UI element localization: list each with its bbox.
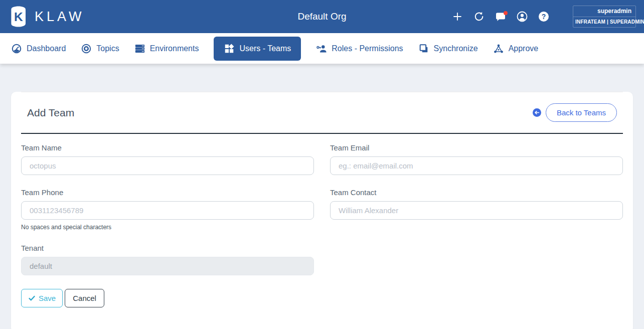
team-name-field: Team Name [21, 143, 314, 175]
team-name-input[interactable] [21, 156, 314, 175]
brand[interactable]: K KLAW [8, 6, 85, 28]
cancel-button[interactable]: Cancel [65, 289, 104, 307]
tab-label: Users - Teams [239, 44, 291, 53]
tab-users-teams[interactable]: Users - Teams [214, 37, 301, 61]
tab-label: Roles - Permissions [332, 44, 403, 53]
approve-hub-icon [493, 43, 504, 54]
environments-server-icon [134, 43, 145, 54]
team-contact-input[interactable] [330, 201, 623, 220]
tenant-label: Tenant [21, 244, 314, 252]
primary-nav: Dashboard Topics Environments [0, 33, 644, 64]
help-icon[interactable]: ? [538, 11, 550, 23]
team-contact-field: Team Contact [330, 188, 623, 231]
svg-text:K: K [14, 10, 23, 24]
team-phone-label: Team Phone [21, 188, 314, 197]
tenant-input [21, 257, 314, 275]
team-email-input[interactable] [330, 156, 623, 175]
app-header: K KLAW Default Org [0, 0, 644, 33]
users-teams-widgets-icon [224, 43, 235, 54]
team-email-label: Team Email [330, 143, 623, 152]
brand-name: KLAW [35, 9, 85, 25]
header-actions: ? superadmin INFRATEAM | SUPERADMIN [451, 6, 636, 28]
tab-label: Dashboard [27, 44, 66, 53]
account-icon[interactable] [516, 11, 528, 23]
tab-synchronize[interactable]: Synchronize [418, 43, 478, 54]
tab-label: Synchronize [434, 44, 478, 53]
check-icon [28, 294, 36, 302]
user-info-box[interactable]: superadmin INFRATEAM | SUPERADMIN [573, 6, 636, 28]
form-buttons-row: Save Cancel [21, 289, 623, 307]
user-team-role: INFRATEAM | SUPERADMIN [573, 17, 635, 27]
back-arrow-circle-icon[interactable] [533, 108, 541, 117]
back-to-teams-group: Back to Teams [533, 103, 617, 122]
team-email-field: Team Email [330, 143, 623, 175]
topics-target-icon [81, 43, 92, 54]
tab-label: Approve [509, 44, 539, 53]
chat-notification-icon[interactable] [495, 11, 507, 23]
tab-label: Environments [150, 44, 199, 53]
tab-topics[interactable]: Topics [81, 43, 119, 54]
tab-environments[interactable]: Environments [134, 43, 199, 54]
card-header: Add Team Back to Teams [21, 92, 623, 133]
roles-permissions-icon [316, 43, 327, 54]
main-area: Add Team Back to Teams Team Name Team Em… [0, 64, 644, 329]
team-phone-field: Team Phone No spaces and special charact… [21, 188, 314, 231]
back-to-teams-button[interactable]: Back to Teams [546, 103, 617, 122]
user-name: superadmin [573, 6, 635, 17]
tab-roles-permissions[interactable]: Roles - Permissions [316, 43, 403, 54]
synchronize-icon [418, 43, 429, 54]
add-team-card: Add Team Back to Teams Team Name Team Em… [11, 92, 633, 329]
add-icon[interactable] [451, 11, 463, 23]
save-button-label: Save [39, 294, 56, 302]
klaw-logo-icon: K [8, 6, 28, 28]
add-team-form: Team Name Team Email Team Phone No space… [21, 134, 623, 307]
team-phone-helper: No spaces and special characters [21, 224, 314, 231]
page-title: Add Team [27, 107, 74, 119]
team-name-label: Team Name [21, 143, 314, 152]
tab-label: Topics [96, 44, 119, 53]
team-contact-label: Team Contact [330, 188, 623, 197]
svg-text:?: ? [542, 13, 546, 21]
notification-badge-dot [504, 11, 508, 15]
save-button[interactable]: Save [21, 289, 63, 307]
tenant-field: Tenant [21, 244, 314, 275]
team-phone-input[interactable] [21, 201, 314, 220]
refresh-icon[interactable] [473, 11, 485, 23]
tab-dashboard[interactable]: Dashboard [11, 43, 66, 54]
org-title: Default Org [297, 11, 346, 22]
dashboard-gauge-icon [11, 43, 22, 54]
tab-approve[interactable]: Approve [493, 43, 539, 54]
